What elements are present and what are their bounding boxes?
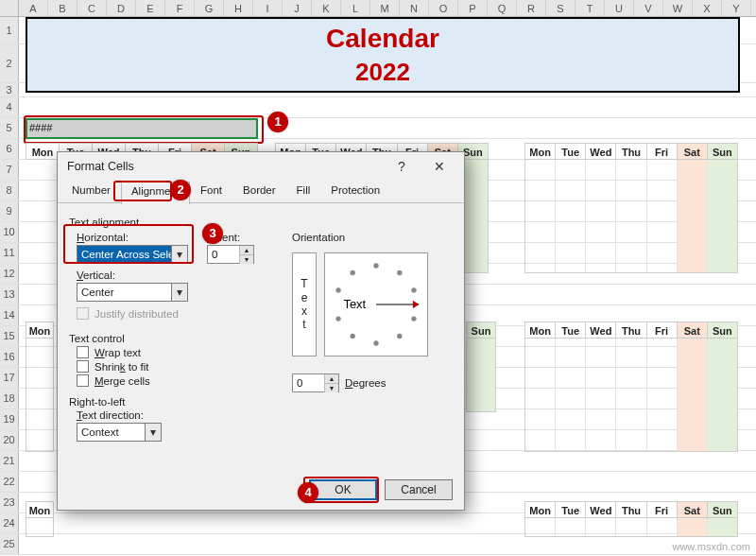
svg-point-3: [412, 317, 416, 321]
col-header[interactable]: Y: [722, 0, 751, 16]
svg-point-5: [374, 341, 378, 345]
row-header[interactable]: 24: [0, 513, 19, 533]
col-header[interactable]: X: [693, 0, 722, 16]
col-header[interactable]: K: [312, 0, 341, 16]
row-header[interactable]: 10: [0, 222, 19, 242]
month-block: Mon Tue Wed Thu Fri Sat Sun: [524, 501, 738, 537]
day-header: Fri: [647, 321, 678, 339]
svg-point-2: [412, 288, 416, 292]
tab-protection[interactable]: Protection: [320, 181, 390, 203]
combo-value: Center: [77, 287, 171, 298]
checkbox-icon: [77, 374, 89, 387]
col-header[interactable]: U: [605, 0, 634, 16]
orientation-vertical-text[interactable]: T e x t: [292, 252, 317, 356]
tab-border[interactable]: Border: [232, 181, 286, 203]
col-header[interactable]: M: [370, 0, 400, 16]
col-header[interactable]: O: [429, 0, 458, 16]
dialog-titlebar[interactable]: Format Cells ? ✕: [58, 152, 464, 181]
col-header[interactable]: E: [136, 0, 165, 16]
col-header[interactable]: R: [517, 0, 546, 16]
col-header[interactable]: H: [224, 0, 253, 16]
spin-down-icon[interactable]: ▼: [239, 255, 253, 264]
col-header[interactable]: C: [77, 0, 107, 16]
day-header: Thu: [616, 143, 646, 160]
row-header[interactable]: 21: [0, 451, 19, 471]
svg-point-1: [398, 270, 402, 274]
row-header[interactable]: 12: [0, 264, 19, 284]
svg-point-4: [398, 334, 402, 338]
col-header[interactable]: J: [283, 0, 312, 16]
col-header[interactable]: T: [576, 0, 605, 16]
day-header: Sun: [708, 321, 738, 339]
day-header: Tue: [556, 501, 586, 518]
day-header: Mon: [524, 321, 556, 339]
text-direction-combo[interactable]: Context ▾: [77, 423, 162, 442]
col-header[interactable]: P: [458, 0, 488, 16]
row-header[interactable]: 25: [0, 534, 19, 554]
justify-distributed-checkbox: Justify distributed: [77, 307, 188, 320]
annotation-badge-2: 2: [170, 180, 191, 200]
tab-number[interactable]: Number: [61, 181, 121, 203]
row-header[interactable]: 19: [0, 409, 19, 429]
col-header[interactable]: N: [400, 0, 429, 16]
close-button[interactable]: ✕: [421, 154, 458, 179]
row-header[interactable]: 17: [0, 368, 19, 388]
vertical-alignment-combo[interactable]: Center ▾: [77, 283, 188, 302]
annotation-badge-3: 3: [202, 223, 223, 244]
row-header[interactable]: 20: [0, 430, 19, 450]
row-header[interactable]: 18: [0, 389, 19, 408]
row-header[interactable]: 16: [0, 347, 19, 367]
spin-down-icon[interactable]: ▼: [324, 384, 338, 392]
col-header[interactable]: D: [107, 0, 136, 16]
col-header[interactable]: B: [48, 0, 77, 16]
col-header[interactable]: W: [663, 0, 693, 16]
row-header[interactable]: 15: [0, 326, 19, 346]
row-header[interactable]: 23: [0, 493, 19, 513]
annotation-badge-4: 4: [298, 482, 318, 503]
row-header[interactable]: 5: [0, 118, 19, 138]
row-header[interactable]: 9: [0, 201, 19, 221]
col-header[interactable]: Q: [488, 0, 517, 16]
col-header[interactable]: L: [341, 0, 370, 16]
tab-font[interactable]: Font: [190, 181, 232, 203]
horizontal-alignment-combo[interactable]: Center Across Selection ▾: [77, 245, 188, 264]
banner-year: 2022: [355, 58, 410, 87]
col-header[interactable]: S: [546, 0, 576, 16]
selected-range[interactable]: ####: [26, 118, 258, 139]
row-header[interactable]: 3: [0, 83, 19, 96]
tab-fill[interactable]: Fill: [286, 181, 321, 203]
spin-up-icon[interactable]: ▲: [239, 246, 253, 255]
help-button[interactable]: ?: [383, 154, 421, 179]
month-block-partial: Sun: [466, 321, 496, 412]
ok-button[interactable]: OK: [309, 479, 377, 500]
col-header[interactable]: F: [165, 0, 195, 16]
month-block-partial: Mon: [26, 501, 54, 537]
row-header[interactable]: 14: [0, 305, 19, 325]
day-header: Sun: [708, 143, 738, 160]
row-header[interactable]: 11: [0, 243, 19, 263]
vertical-label: Vertical:: [77, 269, 188, 281]
col-header[interactable]: A: [19, 0, 48, 16]
checkbox-icon: [77, 307, 89, 320]
row-header[interactable]: 6: [0, 139, 19, 159]
day-header: Fri: [647, 501, 678, 518]
svg-point-8: [336, 288, 340, 292]
row-header[interactable]: 1: [0, 17, 19, 43]
col-header[interactable]: I: [253, 0, 283, 16]
col-header[interactable]: G: [195, 0, 224, 16]
month-block: Mon Tue Wed Thu Fri Sat Sun: [524, 143, 738, 273]
orientation-wheel[interactable]: Text: [324, 252, 428, 356]
row-header[interactable]: 8: [0, 181, 19, 200]
cancel-button[interactable]: Cancel: [385, 479, 453, 500]
day-header: Thu: [616, 321, 646, 339]
row-header[interactable]: 4: [0, 97, 19, 117]
row-header[interactable]: 7: [0, 160, 19, 180]
col-header[interactable]: V: [634, 0, 663, 16]
row-header[interactable]: 13: [0, 285, 19, 304]
row-header[interactable]: 2: [0, 44, 19, 82]
select-all-corner[interactable]: [0, 0, 19, 16]
spin-up-icon[interactable]: ▲: [324, 374, 338, 384]
degrees-spinbox[interactable]: 0 ▲▼: [292, 374, 339, 392]
indent-spinbox[interactable]: 0 ▲▼: [207, 245, 254, 264]
row-header[interactable]: 22: [0, 472, 19, 492]
